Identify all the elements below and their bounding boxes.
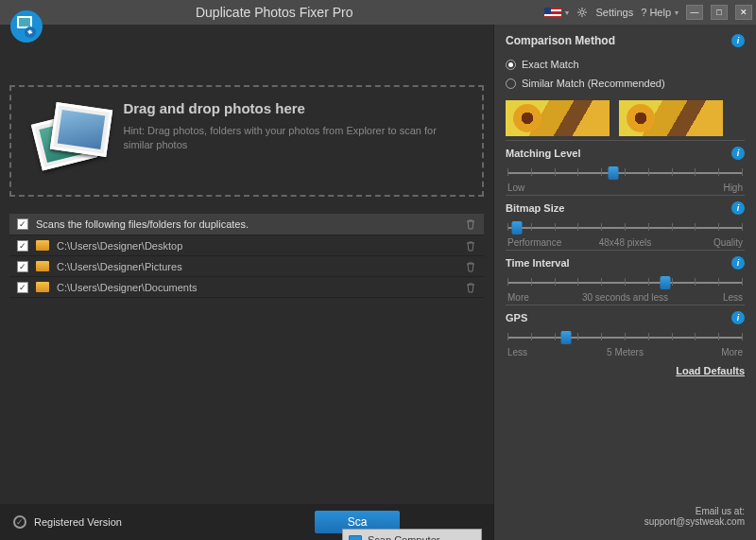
checkbox[interactable]: ✓ [17,240,28,252]
list-path: C:\Users\Designer\Documents [57,282,198,293]
preview-thumbnail [506,100,610,136]
setting-title: Matching Level [506,148,580,159]
minimize-button[interactable]: — [686,5,703,20]
trash-icon[interactable] [465,240,476,252]
slider-thumb[interactable] [511,221,522,235]
info-icon[interactable]: i [731,201,745,215]
svg-point-4 [580,10,584,14]
svg-rect-2 [19,18,30,26]
info-icon[interactable]: i [731,256,745,270]
drop-heading: Drag and drop photos here [123,100,463,116]
checkbox-all[interactable]: ✓ [17,218,28,230]
slider-thumb[interactable] [609,166,619,180]
trash-icon[interactable] [465,282,476,293]
load-defaults-link[interactable]: Load Defaults [506,365,745,376]
slider-bitmap-size[interactable] [507,218,743,237]
radio-exact-match[interactable]: Exact Match [506,59,745,70]
slider-time-interval[interactable] [507,273,743,292]
list-row[interactable]: ✓ C:\Users\Designer\Desktop [9,235,484,255]
list-row[interactable]: ✓ C:\Users\Designer\Documents [9,276,484,297]
help-link[interactable]: ? Help [641,7,671,18]
folder-icon [36,261,49,271]
list-path: C:\Users\Designer\Desktop [57,240,182,252]
app-logo-icon [9,9,43,44]
info-icon[interactable]: i [731,311,745,324]
app-title: Duplicate Photos Fixer Pro [4,5,544,20]
drop-photos-icon [30,100,106,176]
list-path: C:\Users\Designer\Pictures [57,261,182,272]
trash-icon[interactable] [465,261,476,272]
email-label: Email us at: [506,506,745,516]
radio-similar-match[interactable]: Similar Match (Recommended) [506,78,745,89]
setting-title: GPS [506,312,527,323]
setting-title: Bitmap Size [506,202,564,214]
folder-icon [36,282,49,292]
footer-contact: Email us at: support@systweak.com [506,500,745,534]
check-circle-icon: ✓ [13,515,26,529]
monitor-icon [349,535,362,541]
info-icon[interactable]: i [731,34,745,47]
sidebar: Comparison Method i Exact Match Similar … [493,25,756,540]
setting-title: Time Interval [506,257,570,269]
maximize-button[interactable]: □ [711,5,728,20]
list-header-text: Scans the following files/folders for du… [36,218,249,230]
info-icon[interactable]: i [731,147,745,160]
main-panel: Drag and drop photos here Hint: Drag pho… [0,25,493,540]
language-flag-icon[interactable] [544,8,561,18]
registered-label: Registered Version [34,516,122,528]
section-comparison-method: Comparison Method i [506,34,745,47]
checkbox[interactable]: ✓ [17,282,28,293]
folder-icon [36,240,49,251]
language-dropdown-icon[interactable]: ▾ [565,9,569,17]
close-button[interactable]: ✕ [735,5,752,20]
drop-hint: Hint: Drag photos, folders with your pho… [123,124,463,153]
scan-dropdown-list: Scan Computer Scan Google Drive [342,529,482,540]
slider-thumb[interactable] [561,331,572,344]
titlebar: Duplicate Photos Fixer Pro ▾ Settings ? … [0,0,756,25]
settings-link[interactable]: Settings [595,7,633,18]
checkbox[interactable]: ✓ [17,261,28,272]
trash-icon[interactable] [465,218,476,230]
slider-matching-level[interactable] [507,164,743,183]
preview-thumbnail [619,100,723,136]
help-dropdown-icon[interactable]: ▾ [675,9,679,17]
scan-option-computer[interactable]: Scan Computer [343,530,481,540]
list-row[interactable]: ✓ C:\Users\Designer\Pictures [9,255,484,276]
radio-icon [506,78,516,89]
email-address[interactable]: support@systweak.com [506,516,745,527]
radio-icon [506,60,516,70]
slider-thumb[interactable] [660,276,670,289]
slider-gps[interactable] [507,328,743,347]
list-header: ✓ Scans the following files/folders for … [9,214,484,235]
gear-icon[interactable] [576,7,588,18]
radio-label: Similar Match (Recommended) [522,78,665,89]
scan-option-label: Scan Computer [368,534,439,540]
radio-label: Exact Match [522,59,579,70]
drop-zone[interactable]: Drag and drop photos here Hint: Drag pho… [9,85,484,197]
